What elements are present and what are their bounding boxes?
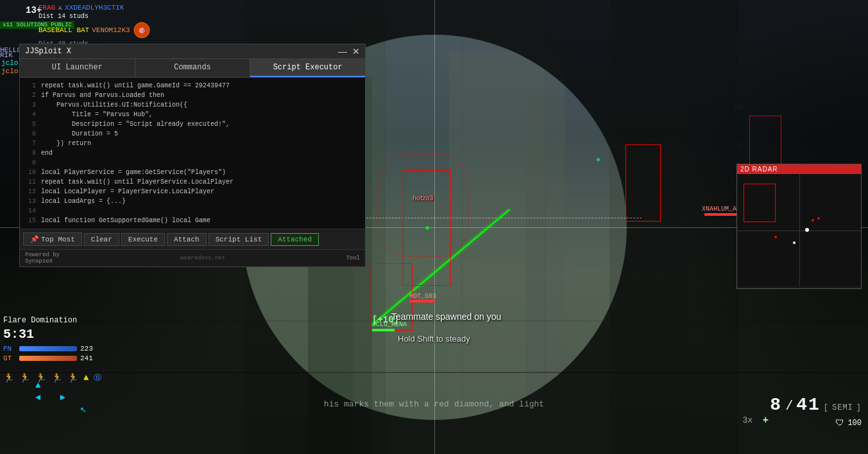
radar-grid-v xyxy=(799,174,800,286)
arrow-left: ◄ xyxy=(35,392,40,403)
esp-dot xyxy=(425,227,429,230)
radar-dot-self xyxy=(805,228,809,232)
icon-team-run-1: 🏃 xyxy=(3,372,14,383)
chat-player-1: jclo xyxy=(1,59,18,67)
kill-entry-3: BASEBALL BAT VENOM12K3 🎯 xyxy=(38,21,208,39)
ammo-current: 8 xyxy=(770,395,782,415)
esp-label-hotzo3: hotzo3 xyxy=(413,195,433,202)
dom-label-gt: GT xyxy=(3,354,16,362)
arrow-row: ▲ xyxy=(35,380,65,390)
health-value: 100 xyxy=(847,419,862,428)
code-line-3: 3 Parvus.Utilities.UI:Notification({ xyxy=(23,100,362,110)
radar-dot-enemy-1 xyxy=(812,219,814,222)
dom-score-pn: 223 xyxy=(80,345,93,353)
top-most-button[interactable]: 📌 Top Most xyxy=(23,232,82,246)
esp-health-jclo-rena xyxy=(372,329,395,331)
kill-entry-1: FRAG ⚔ XXDEADLYH3CTIK xyxy=(38,3,208,12)
footer-website: wearedevs.net xyxy=(180,255,225,261)
esp-health-xnahlum xyxy=(704,213,736,216)
ammo-total: 41 xyxy=(796,395,821,415)
plus-icon: + xyxy=(762,415,769,426)
attach-button[interactable]: Attach xyxy=(167,233,207,246)
code-line-8: 8end xyxy=(23,148,362,158)
ammo-panel: 8 / 41 [ SEMI ] 🛡 100 xyxy=(770,395,862,428)
execute-button[interactable]: Execute xyxy=(121,233,165,246)
code-line-14: 14 xyxy=(23,206,362,216)
teammate-notification: Teammate spawned on you xyxy=(391,311,501,322)
attached-status-button[interactable]: Attached xyxy=(271,233,319,246)
kill-attacker-1: FRAG xyxy=(38,4,55,12)
dom-bar-gt xyxy=(19,356,77,361)
kill-victim-1: XXDEADLYH3CTIK xyxy=(65,4,124,12)
radar-dot-ally xyxy=(793,241,796,244)
jjsploit-toolbar: 📌 Top Most Clear Execute Attach Script L… xyxy=(20,229,365,249)
svg-text:🎯: 🎯 xyxy=(138,26,146,35)
icon-team-enemy-2: 🏃 xyxy=(67,372,78,383)
ammo-sep: / xyxy=(785,399,793,414)
rik-label: RIK xyxy=(0,51,13,59)
pin-icon: 📌 xyxy=(30,235,39,243)
dom-label-pn: PN xyxy=(3,345,16,353)
weapon-icon: 🎯 xyxy=(133,21,151,39)
health-icon: 🛡 xyxy=(835,418,844,428)
cursor-icon: ↖ xyxy=(80,403,87,415)
jjsploit-title: JJSploit X xyxy=(25,47,71,56)
distant-enemy-dot xyxy=(597,158,600,161)
code-line-2: 2if Parvus and Parvus.Loaded then xyxy=(23,91,362,100)
kill-attacker-2: Dist 14 studs xyxy=(38,13,89,20)
mag-count: 3x xyxy=(742,415,753,425)
code-line-15: 15local function GetSupportedGame() loca… xyxy=(23,216,362,225)
chat-player-2: jclo xyxy=(1,67,18,75)
icon-team-special: ▲ xyxy=(83,372,89,383)
code-line-11: 11repeat task.wait() until PlayerService… xyxy=(23,177,362,187)
code-line-13: 13local LoadArgs = {...} xyxy=(23,196,362,206)
dom-score-gt: 241 xyxy=(80,354,93,362)
ammo-type: [ xyxy=(824,403,829,412)
radar-header: 2D RADAR xyxy=(737,164,861,174)
kill-weapon-1: ⚔ xyxy=(58,3,62,12)
kill-victim-3: VENOM12K3 xyxy=(92,26,130,34)
chat-line-1: jclo xyxy=(1,59,18,67)
kill-entry-2: Dist 14 studs xyxy=(38,13,208,20)
ammo-display: 8 / 41 [ SEMI ] xyxy=(770,395,862,415)
close-button[interactable]: ✕ xyxy=(352,47,360,56)
tab-script-executor[interactable]: Script Executor xyxy=(250,59,365,77)
jjsploit-titlebar[interactable]: JJSploit X — ✕ xyxy=(20,44,365,59)
dom-bar-pn-container: PN 223 xyxy=(3,345,93,353)
code-line-5: 5 Description = "Script already executed… xyxy=(23,119,362,129)
arrow-right: ► xyxy=(60,392,65,403)
icon-gamepad-b: Ⓑ xyxy=(94,372,101,383)
jjsploit-window: JJSploit X — ✕ UI Launcher Commands Scri… xyxy=(19,44,366,267)
esp-health-hotg03 xyxy=(409,300,435,302)
tab-commands[interactable]: Commands xyxy=(135,59,251,77)
code-line-10: 10local PlayerService = game:GetService(… xyxy=(23,168,362,177)
jjsploit-footer: Powered bySynapseX wearedevs.net Tool xyxy=(20,249,365,266)
domination-panel: Flare Domination 5:31 PN 223 GT 241 xyxy=(3,316,93,364)
window-controls: — ✕ xyxy=(338,47,360,56)
esp-box-enemy-far xyxy=(625,144,661,222)
radar-dot-enemy-3 xyxy=(774,236,777,238)
arrow-up: ▲ xyxy=(35,380,40,390)
esp-label-hotg03: HOT_G03 xyxy=(409,293,436,300)
clear-button[interactable]: Clear xyxy=(84,233,119,246)
hold-shift-hint: Hold Shift to steady xyxy=(398,334,470,344)
dom-timer: 5:31 xyxy=(3,327,93,342)
health-display: 🛡 100 xyxy=(770,418,862,428)
tab-ui-launcher[interactable]: UI Launcher xyxy=(20,59,135,77)
script-editor[interactable]: 1repeat task.wait() until game.GameId ==… xyxy=(20,78,365,229)
code-line-6: 6 Duration = 5 xyxy=(23,129,362,139)
script-list-button[interactable]: Script List xyxy=(208,233,269,246)
radar-dot-enemy-2 xyxy=(817,217,820,220)
jjsploit-tabs: UI Launcher Commands Script Executor xyxy=(20,59,365,78)
chat-line-2: jclo xyxy=(1,67,18,75)
ammo-type-close: ] xyxy=(856,403,862,412)
arrow-row-2: ◄ ► xyxy=(35,392,65,403)
radar-panel: 2D RADAR xyxy=(736,164,862,289)
code-line-1: 1repeat task.wait() until game.GameId ==… xyxy=(23,81,362,91)
cursor-arrows: ▲ ◄ ► ↖ xyxy=(35,380,65,403)
minimize-button[interactable]: — xyxy=(338,47,347,56)
dom-bar-pn xyxy=(19,346,77,351)
esp-label-xnahlum: XNAHLUM_A xyxy=(702,205,736,213)
icon-team-run-2: 🏃 xyxy=(19,372,30,383)
dom-bar-gt-container: GT 241 xyxy=(3,354,93,362)
